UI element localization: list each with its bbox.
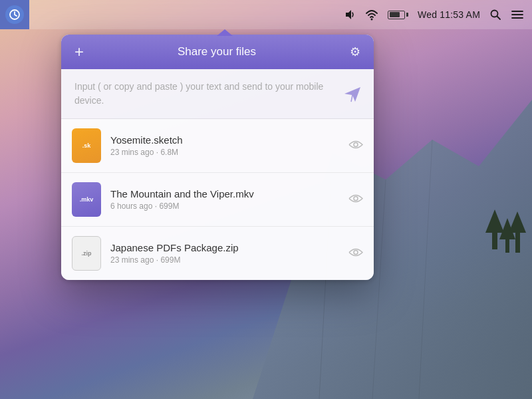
svg-point-21: [354, 197, 358, 201]
app-icon[interactable]: [0, 0, 29, 29]
menubar-time: Wed 11:53 AM: [418, 9, 480, 20]
file-list: .sk Yosemite.sketch 23 mins ago · 6.8M .…: [61, 119, 374, 280]
file-name: Japanese PDFs Package.zip: [110, 242, 363, 253]
add-button[interactable]: +: [74, 44, 84, 60]
menubar-right: Wed 11:53 AM: [344, 9, 524, 21]
eye-icon[interactable]: [348, 193, 363, 207]
file-icon-label: .sk: [82, 142, 91, 149]
svg-marker-11: [346, 10, 351, 19]
popup-header: + Share your files ⚙: [61, 35, 374, 69]
file-info: Japanese PDFs Package.zip 23 mins ago · …: [110, 242, 363, 265]
input-area[interactable]: Input ( or copy and paste ) your text an…: [61, 69, 374, 119]
svg-point-20: [354, 143, 358, 147]
file-info: Yosemite.sketch 23 mins ago · 6.8M: [110, 134, 363, 157]
file-meta: 23 mins ago · 6.8M: [110, 148, 363, 157]
svg-line-14: [497, 17, 501, 20]
file-item[interactable]: .sk Yosemite.sketch 23 mins ago · 6.8M: [61, 119, 374, 173]
svg-point-12: [371, 19, 373, 21]
file-icon-mkv: .mkv: [72, 182, 101, 217]
search-icon[interactable]: [489, 9, 501, 21]
file-icon-zip: .zip: [72, 236, 101, 271]
settings-button[interactable]: ⚙: [350, 45, 360, 59]
volume-icon[interactable]: [344, 9, 356, 21]
svg-line-19: [351, 95, 352, 102]
file-info: The Mountain and the Viper.mkv 6 hours a…: [110, 188, 363, 211]
input-placeholder: Input ( or copy and paste ) your text an…: [74, 80, 339, 108]
sync-circle-icon: [5, 5, 24, 24]
eye-icon[interactable]: [348, 247, 363, 261]
menubar: Wed 11:53 AM: [0, 0, 532, 29]
list-icon[interactable]: [511, 9, 524, 21]
battery-icon: [388, 11, 408, 19]
file-name: Yosemite.sketch: [110, 134, 363, 146]
popup-panel: + Share your files ⚙ Input ( or copy and…: [61, 35, 374, 280]
file-icon-label: .mkv: [80, 196, 94, 203]
svg-point-22: [354, 251, 358, 255]
file-item[interactable]: .zip Japanese PDFs Package.zip 23 mins a…: [61, 227, 374, 280]
menubar-left: [0, 0, 29, 29]
file-item[interactable]: .mkv The Mountain and the Viper.mkv 6 ho…: [61, 173, 374, 227]
file-meta: 23 mins ago · 699M: [110, 255, 363, 265]
popup-arrow: [217, 29, 233, 36]
send-button[interactable]: [342, 83, 363, 104]
svg-marker-18: [344, 87, 360, 102]
file-name: The Mountain and the Viper.mkv: [110, 188, 363, 200]
file-icon-sk: .sk: [72, 128, 101, 163]
popup-title: Share your files: [84, 45, 350, 59]
eye-icon[interactable]: [348, 139, 363, 153]
file-meta: 6 hours ago · 699M: [110, 201, 363, 211]
wifi-icon[interactable]: [365, 9, 378, 21]
file-icon-label: .zip: [82, 250, 92, 257]
